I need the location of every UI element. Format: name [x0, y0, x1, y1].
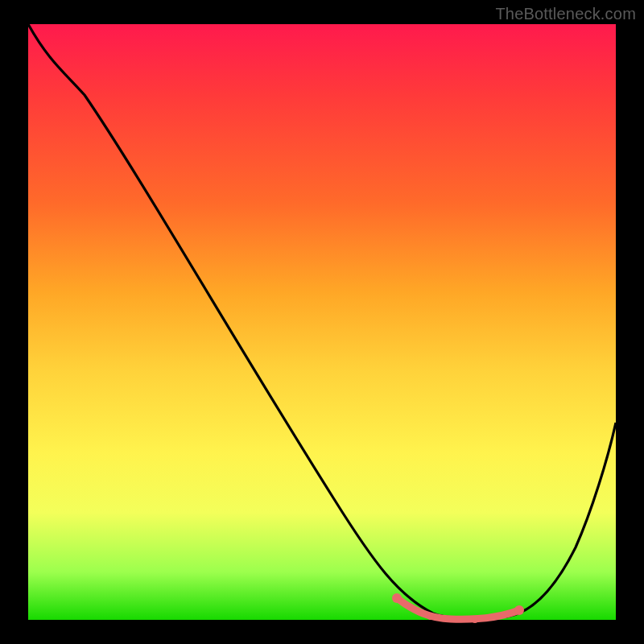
- bottleneck-curve: [28, 24, 616, 619]
- highlight-dot-mid2: [472, 617, 478, 623]
- watermark-text: TheBottleneck.com: [495, 5, 636, 23]
- highlight-dot-left: [392, 593, 402, 603]
- chart-frame: TheBottleneck.com: [0, 0, 644, 644]
- curve-svg: [28, 24, 616, 620]
- plot-area: [28, 24, 616, 620]
- highlight-dot-mid1: [427, 613, 434, 620]
- highlight-dot-right: [514, 605, 524, 615]
